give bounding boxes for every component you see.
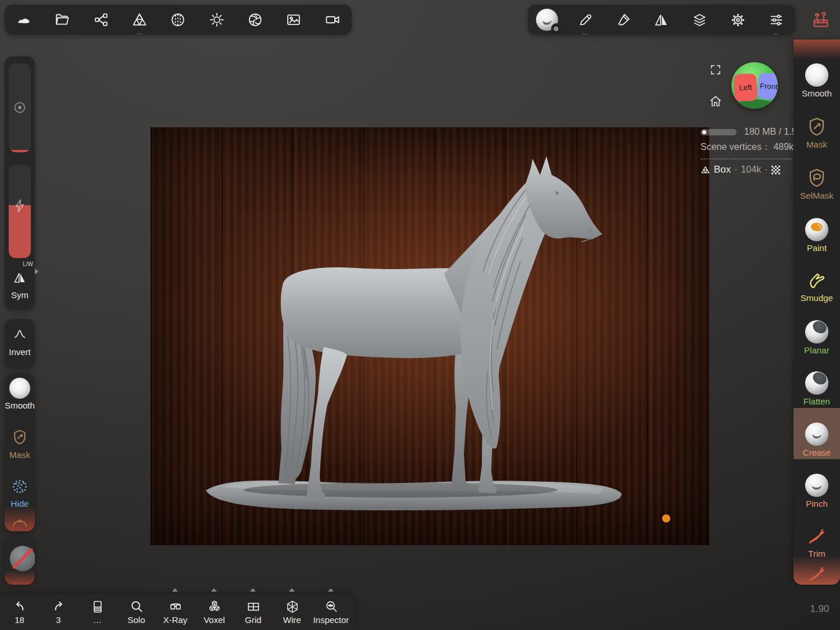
matcap-material-button[interactable] (163, 5, 192, 34)
stats-divider (700, 159, 791, 159)
smooth-quick-button[interactable] (9, 378, 30, 399)
hide-quick-button[interactable] (11, 478, 28, 495)
bottom-toolbar: 18 3 … Solo X-Ray Voxel Grid Wire Inspec… (0, 594, 356, 630)
brush-settings-badge[interactable] (551, 23, 562, 34)
xray-expand-caret[interactable] (172, 588, 178, 592)
mesh-name[interactable]: Box (714, 164, 731, 176)
sliders-more-dots: … (762, 30, 791, 35)
invert-label: Invert (5, 347, 35, 357)
mask-quick-button[interactable] (11, 428, 28, 446)
settings-gear-button[interactable] (723, 5, 752, 34)
radius-slider-level (9, 150, 31, 152)
tool-column: Smooth Mask SelMask Paint Smudge Planar … (793, 40, 840, 585)
sculpt-viewport-canvas[interactable] (151, 127, 709, 545)
tool-smooth[interactable]: Smooth (793, 63, 840, 98)
lighting-button[interactable] (202, 5, 231, 34)
brush-preview-sphere (536, 9, 558, 31)
sphere-pinch-icon (805, 474, 828, 497)
redo-count: 3 (56, 615, 60, 625)
intensity-slider[interactable] (9, 164, 31, 258)
solo-button[interactable]: Solo (117, 599, 156, 625)
mesh-icon (700, 165, 710, 175)
sphere-flatten-icon (805, 371, 828, 395)
top-left-toolbar: … (5, 5, 352, 35)
parameters-sliders-button[interactable]: … (762, 5, 791, 34)
left-quick-tools-panel: Smooth Mask Hide (5, 373, 35, 531)
tool-paint[interactable]: Paint (793, 218, 840, 253)
orientation-gizmo[interactable]: Left Front (731, 62, 778, 109)
tool-column-top-fade (793, 40, 840, 59)
left-slider-panel: L/W Sym (5, 56, 35, 310)
toolbox-button[interactable] (808, 6, 834, 33)
home-view-button[interactable] (709, 94, 723, 108)
checker-visibility-icon[interactable] (771, 166, 780, 174)
invert-panel[interactable]: Invert (5, 319, 35, 368)
files-folder-button[interactable] (48, 5, 77, 34)
scene-graph-button[interactable] (87, 5, 116, 34)
redo-button[interactable]: 3 (39, 599, 78, 625)
sphere-smooth-icon (805, 63, 828, 87)
scene-stats: 180 MB / 1.5 Scene vertices： 489k Box · … (700, 127, 793, 176)
left-panel-scroll-fade (5, 507, 35, 531)
background-image-button[interactable] (279, 5, 308, 34)
app-logo[interactable] (9, 5, 38, 34)
gizmo-left-face[interactable]: Left (734, 73, 757, 101)
notes-button[interactable]: … (78, 599, 117, 625)
symmetry-label: Sym (5, 290, 35, 300)
wire-expand-caret[interactable] (289, 588, 295, 592)
tool-column-bottom-fade (793, 556, 840, 585)
smooth-quick-label: Smooth (5, 400, 35, 410)
sym-expand-caret[interactable] (35, 269, 38, 274)
undo-button[interactable]: 18 (0, 599, 39, 625)
tool-flatten[interactable]: Flatten (793, 371, 840, 406)
mask-quick-label: Mask (5, 450, 35, 460)
zoom-indicator: 1.90 (805, 603, 834, 615)
voxel-button[interactable]: Voxel (195, 599, 234, 625)
tool-planar[interactable]: Planar (793, 320, 840, 355)
postprocess-button[interactable] (241, 5, 270, 34)
top-right-toolbar: … … (528, 5, 795, 35)
alpha-panel-scroll-fade (5, 571, 35, 585)
sphere-planar-icon (805, 320, 828, 343)
lw-mode-label[interactable]: L/W (23, 261, 33, 267)
alpha-none-button[interactable] (10, 546, 35, 571)
vertices-value: 489k (773, 142, 793, 152)
grid-button[interactable]: Grid (234, 599, 273, 625)
inspector-expand-caret[interactable] (328, 588, 334, 592)
notes-more-label: … (93, 615, 102, 625)
brush-preview-button[interactable] (532, 5, 562, 34)
tool-pinch[interactable]: Pinch (793, 474, 840, 509)
symmetry-icon[interactable] (12, 270, 27, 285)
memory-text: 180 MB / 1.5 (744, 127, 793, 137)
gizmo-left-label: Left (739, 83, 752, 92)
sphere-crease-icon (805, 423, 828, 446)
wire-button[interactable]: Wire (273, 599, 312, 625)
gizmo-front-face[interactable]: Front (757, 73, 778, 100)
fullscreen-button[interactable] (710, 64, 721, 76)
tool-mask[interactable]: Mask (793, 116, 840, 149)
xray-button[interactable]: X-Ray (156, 599, 195, 625)
voxel-expand-caret[interactable] (211, 588, 217, 592)
memory-progress-knob (702, 130, 706, 134)
tool-smudge[interactable]: Smudge (793, 269, 840, 303)
dot-sep-2: · (764, 164, 767, 175)
layers-button[interactable] (685, 5, 714, 34)
camera-button[interactable] (318, 5, 347, 34)
tool-trim[interactable]: Trim (793, 525, 840, 559)
radius-slider[interactable] (9, 63, 31, 152)
cursor-dot (662, 514, 670, 522)
topology-button[interactable]: … (125, 5, 154, 34)
grid-expand-caret[interactable] (250, 588, 256, 592)
inspector-button[interactable]: Inspector (312, 599, 351, 625)
vertices-label: Scene vertices： (700, 142, 771, 152)
tool-crease[interactable]: Crease (793, 423, 840, 457)
paint-materials-button[interactable] (609, 5, 638, 34)
mesh-count: 104k (741, 164, 762, 175)
undo-count: 18 (15, 615, 24, 625)
memory-progress-bar (700, 129, 737, 135)
stroke-pen-button[interactable]: … (571, 5, 600, 34)
sphere-paint-icon (805, 218, 828, 241)
tool-selmask[interactable]: SelMask (793, 167, 840, 201)
symmetry-mirror-button[interactable] (647, 5, 676, 34)
invert-curve-icon (12, 326, 27, 341)
